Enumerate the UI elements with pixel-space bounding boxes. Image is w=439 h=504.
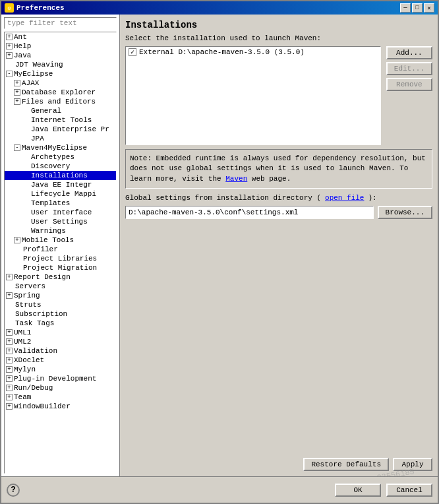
tree-container[interactable]: +Ant+Help+JavaJDT Weaving-MyEclipse+AJAX… (4, 32, 117, 474)
tree-item-files-and-editors[interactable]: +Files and Editors (5, 97, 116, 106)
tree-item-archetypes[interactable]: Archetypes (5, 152, 116, 162)
edit-button[interactable]: Edit... (386, 62, 432, 75)
tree-item-project-libraries[interactable]: Project Libraries (5, 254, 116, 263)
settings-label: Global settings from installation direct… (125, 194, 321, 202)
ok-button[interactable]: OK (335, 484, 381, 497)
tree-label-jpa: JPA (31, 135, 44, 142)
expand-icon-team[interactable]: + (6, 394, 13, 400)
tree-item-java-ee-integr[interactable]: Java EE Integr (5, 180, 116, 189)
right-panel: Installations Select the installation us… (120, 15, 438, 476)
settings-path-input[interactable] (125, 206, 374, 219)
tree-label-myeclipse: MyEclipse (14, 70, 53, 78)
tree-item-uml1[interactable]: +UML1 (5, 328, 116, 337)
tree-item-java-enterprise[interactable]: Java Enterprise Pr (5, 125, 116, 134)
tree-item-uml2[interactable]: +UML2 (5, 337, 116, 346)
tree-item-discovery[interactable]: Discovery (5, 162, 116, 171)
note-text-suffix: web page. (247, 175, 291, 183)
bottom-bar: ? OK Cancel (1, 476, 438, 503)
tree-item-report-design[interactable]: +Report Design (5, 272, 116, 282)
expand-icon-uml1[interactable]: + (6, 329, 13, 336)
tree-item-plugin-development[interactable]: +Plug-in Development (5, 374, 116, 383)
expand-icon-xdoclet[interactable]: + (6, 357, 13, 363)
expand-icon-window-builder[interactable]: + (6, 403, 13, 410)
tree-item-servers[interactable]: Servers (5, 282, 116, 291)
expand-icon-myeclipse[interactable]: - (6, 71, 13, 77)
minimize-button[interactable]: ─ (400, 3, 411, 13)
remove-button[interactable]: Remove (386, 78, 432, 91)
tree-item-xdoclet[interactable]: +XDoclet (5, 356, 116, 365)
tree-item-warnings[interactable]: Warnings (5, 226, 116, 236)
tree-item-subscription[interactable]: Subscription (5, 309, 116, 319)
tree-label-files-and-editors: Files and Editors (22, 98, 96, 106)
expand-icon-ant[interactable]: + (6, 34, 13, 40)
panel-subtitle: Select the installation used to launch M… (125, 34, 432, 42)
maximize-button[interactable]: □ (412, 3, 423, 13)
tree-label-mobile-tools: Mobile Tools (22, 236, 74, 244)
tree-label-run-debug: Run/Debug (14, 384, 53, 392)
expand-icon-maven4myeclipse[interactable]: - (14, 144, 20, 151)
title-buttons: ─ □ ✕ (400, 3, 434, 13)
tree-item-ajax[interactable]: +AJAX (5, 79, 116, 88)
apply-button[interactable]: Apply (393, 458, 432, 471)
cancel-button[interactable]: Cancel (386, 484, 432, 497)
expand-icon-plugin-development[interactable]: + (6, 375, 13, 382)
install-label-ext-350: External D:\apache-maven-3.5.0 (3.5.0) (139, 48, 305, 56)
restore-defaults-button[interactable]: Restore Defaults (303, 458, 389, 471)
tree-item-general[interactable]: General (5, 106, 116, 115)
open-file-link[interactable]: open file (325, 194, 364, 202)
tree-label-general: General (31, 107, 61, 115)
filter-input[interactable] (4, 17, 117, 29)
expand-icon-help[interactable]: + (6, 43, 13, 49)
left-panel: +Ant+Help+JavaJDT Weaving-MyEclipse+AJAX… (1, 15, 120, 476)
tree-item-installations[interactable]: Installations (5, 171, 116, 180)
close-button[interactable]: ✕ (424, 3, 434, 13)
tree-item-validation[interactable]: +Validation (5, 346, 116, 356)
tree-item-mylyn[interactable]: +Mylyn (5, 365, 116, 374)
tree-item-user-settings[interactable]: User Settings (5, 217, 116, 226)
tree-item-maven4myeclipse[interactable]: -Maven4MyEclipse (5, 143, 116, 152)
maven-link[interactable]: Maven (225, 175, 247, 183)
tree-item-internet-tools[interactable]: Internet Tools (5, 115, 116, 125)
tree-item-struts[interactable]: Struts (5, 300, 116, 309)
install-checkbox-ext-350[interactable]: ✓ (129, 48, 136, 56)
tree-item-user-interface[interactable]: User Interface (5, 208, 116, 217)
tree-item-jpa[interactable]: JPA (5, 134, 116, 143)
tree-item-database-explorer[interactable]: +Database Explorer (5, 88, 116, 97)
install-item-ext-350[interactable]: ✓ External D:\apache-maven-3.5.0 (3.5.0) (126, 47, 380, 57)
expand-icon-report-design[interactable]: + (6, 274, 13, 280)
expand-icon-java[interactable]: + (6, 52, 13, 59)
tree-item-templates[interactable]: Templates (5, 199, 116, 208)
browse-button[interactable]: Browse... (378, 206, 432, 219)
tree-item-mobile-tools[interactable]: +Mobile Tools (5, 236, 116, 245)
expand-icon-run-debug[interactable]: + (6, 385, 13, 391)
tree-item-project-migration[interactable]: Project Migration (5, 263, 116, 272)
tree-item-jdt-weaving[interactable]: JDT Weaving (5, 60, 116, 69)
tree-item-ant[interactable]: +Ant (5, 32, 116, 42)
tree-item-profiler[interactable]: Profiler (5, 245, 116, 254)
tree-item-spring[interactable]: +Spring (5, 291, 116, 300)
help-button[interactable]: ? (7, 484, 20, 497)
expand-icon-validation[interactable]: + (6, 348, 13, 354)
expand-icon-database-explorer[interactable]: + (14, 89, 20, 96)
tree-label-servers: Servers (15, 282, 45, 290)
tree-label-internet-tools: Internet Tools (31, 116, 92, 124)
expand-icon-spring[interactable]: + (6, 292, 13, 299)
title-bar: ⚙ Preferences ─ □ ✕ (1, 1, 438, 15)
tree-item-help[interactable]: +Help (5, 42, 116, 51)
installation-list[interactable]: ✓ External D:\apache-maven-3.5.0 (3.5.0) (125, 46, 381, 145)
settings-input-row: Browse... (125, 206, 432, 219)
tree-item-window-builder[interactable]: +WindowBuilder (5, 402, 116, 411)
tree-item-team[interactable]: +Team (5, 393, 116, 402)
settings-colon: ): (368, 194, 376, 202)
expand-icon-ajax[interactable]: + (14, 80, 20, 86)
expand-icon-mobile-tools[interactable]: + (14, 237, 20, 243)
tree-item-java[interactable]: +Java (5, 51, 116, 60)
tree-item-myeclipse[interactable]: -MyEclipse (5, 69, 116, 79)
expand-icon-files-and-editors[interactable]: + (14, 98, 20, 105)
tree-item-run-debug[interactable]: +Run/Debug (5, 383, 116, 393)
add-button[interactable]: Add... (386, 46, 432, 59)
expand-icon-mylyn[interactable]: + (6, 366, 13, 373)
expand-icon-uml2[interactable]: + (6, 338, 13, 345)
tree-item-task-tags[interactable]: Task Tags (5, 319, 116, 328)
tree-item-lifecycle-mappi[interactable]: Lifecycle Mappi (5, 189, 116, 199)
